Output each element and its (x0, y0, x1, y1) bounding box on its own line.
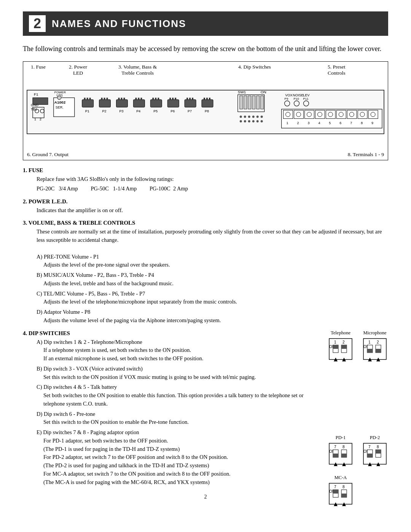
rating-pg50c-value: 1-1/4 Amp (113, 185, 137, 192)
hardware-svg: F1 GND TB1 1 2 A1002 SER. LD1 POWER P1 (23, 81, 388, 150)
dip-item-e-line2: (The PD-1 is used for paging in the TD-H… (43, 445, 312, 454)
dip-item-d-label: D) Dip switch 6 - Pre-tone (37, 410, 312, 419)
svg-rect-129 (367, 349, 373, 353)
svg-rect-36 (150, 100, 162, 107)
hardware-diagram: 1. Fuse 2. PowerLED 3. Volume, Bass &Tre… (23, 61, 388, 160)
dip-images: Telephone 1 2 ON (327, 330, 388, 508)
section-power-led-body: Indicates that the amplifier is on or of… (37, 206, 388, 215)
switch-pd2-label: PD-2 (362, 435, 388, 441)
switch-row-pd: PD-1 7 8 ON PD-2 (327, 435, 388, 468)
svg-rect-149 (367, 454, 373, 457)
svg-text:8: 8 (342, 445, 345, 449)
svg-point-76 (261, 120, 263, 123)
svg-rect-121 (341, 345, 347, 349)
svg-text:8: 8 (342, 485, 345, 489)
svg-rect-161 (341, 494, 347, 497)
svg-rect-159 (333, 490, 338, 494)
label-power: 2. PowerLED (69, 64, 87, 76)
dip-item-c: C) Dip switches 4 & 5 - Talk battery Set… (37, 383, 312, 408)
svg-rect-47 (186, 98, 188, 100)
svg-rect-131 (376, 349, 381, 353)
dip-item-c-label: C) Dip switches 4 & 5 - Talk battery (37, 383, 312, 391)
svg-point-73 (248, 120, 250, 123)
diagram-bottom-labels: 6. Ground 7. Output 8. Terminals 1 - 9 (23, 150, 388, 160)
svg-text:SER.: SER. (56, 105, 64, 109)
svg-rect-49 (192, 98, 193, 100)
svg-rect-38 (155, 98, 156, 100)
dip-item-b-line1: Set this switch to the ON position if VO… (43, 373, 312, 382)
volume-item-c: C) TEL/MIC Volume - P5, Bass - P6, Trebl… (37, 290, 388, 307)
svg-rect-124 (363, 339, 386, 359)
svg-text:3: 3 (307, 121, 309, 125)
svg-rect-139 (333, 454, 338, 457)
svg-text:A1002: A1002 (54, 100, 66, 104)
volume-item-d-desc: Adjusts the volume level of the paging v… (43, 316, 388, 325)
switch-microphone-label: Microphone (362, 330, 388, 336)
svg-text:P7: P7 (188, 109, 192, 113)
volume-item-c-label: C) TEL/MIC Volume - P5, Bass - P6, Trebl… (37, 290, 388, 298)
svg-rect-119 (333, 345, 338, 349)
svg-rect-43 (172, 98, 174, 100)
svg-text:LEV: LEV (303, 93, 309, 97)
svg-rect-134 (329, 443, 352, 464)
svg-rect-31 (133, 100, 145, 107)
volume-item-d-label: D) Adaptor Volume - P8 (37, 308, 388, 316)
rating-pg20c-value: 3/4 Amp (59, 185, 78, 192)
svg-rect-62 (252, 96, 255, 109)
dip-item-e-line6: (The MC-A is used for paging with the MC… (43, 478, 312, 487)
volume-item-b-desc: Adjusts the level, treble and bass of th… (43, 280, 388, 288)
section-volume: 3. VOLUME, BASS & TREBLE CONTROLS These … (23, 220, 388, 324)
rating-pg20c-model: PG-20C (37, 185, 55, 192)
switch-pd1-label: PD-1 (327, 435, 354, 441)
volume-intro: These controls are normally set at the t… (37, 228, 388, 244)
svg-text:F1: F1 (34, 92, 38, 96)
svg-text:2: 2 (342, 340, 345, 344)
svg-point-67 (248, 116, 250, 118)
dip-item-e-label: E) Dip switches 7 & 8 - Paging adaptor o… (37, 428, 312, 437)
dip-item-b-label: B) Dip switch 3 - VOX (Voice activated s… (37, 365, 312, 373)
svg-text:GND: GND (31, 103, 38, 107)
svg-rect-44 (175, 98, 176, 100)
svg-text:6: 6 (339, 121, 341, 125)
chapter-title: NAMES AND FUNCTIONS (52, 18, 186, 30)
svg-rect-114 (329, 339, 352, 359)
switch-telephone-label: Telephone (327, 330, 354, 336)
svg-rect-39 (158, 98, 159, 100)
svg-text:P10: P10 (294, 97, 299, 101)
intro-text: The following controls and terminals may… (23, 44, 388, 54)
svg-point-15 (57, 96, 61, 100)
volume-item-a: A) PRE-TONE Volume - P1 Adjusts the leve… (37, 253, 388, 270)
svg-rect-64 (261, 96, 264, 109)
svg-rect-52 (204, 98, 205, 100)
header-section: 2 NAMES AND FUNCTIONS (23, 11, 388, 36)
svg-rect-53 (206, 98, 208, 100)
svg-rect-54 (209, 98, 210, 100)
svg-rect-26 (116, 100, 127, 107)
label-volume: 3. Volume, Bass &Treble Controls (118, 64, 157, 76)
svg-text:P4: P4 (136, 109, 140, 113)
svg-point-70 (261, 116, 263, 118)
svg-text:1: 1 (334, 340, 336, 344)
svg-text:NOISE: NOISE (293, 93, 304, 97)
svg-text:POWER: POWER (54, 91, 66, 94)
svg-point-68 (252, 116, 255, 118)
dip-item-e-line1: For PD-1 adaptor, set both switches to t… (43, 437, 312, 445)
dip-item-b: B) Dip switch 3 - VOX (Voice activated s… (37, 365, 312, 382)
section-volume-body: These controls are normally set at the t… (37, 228, 388, 324)
svg-rect-27 (118, 98, 119, 100)
rating-pg100c-value: 2 Amp (173, 185, 188, 192)
dip-item-a-line1: If a telephone system is used, set both … (43, 346, 312, 355)
label-fuse: 1. Fuse (31, 64, 46, 70)
svg-rect-16 (82, 100, 94, 107)
svg-point-66 (244, 116, 246, 118)
svg-text:VOX: VOX (285, 93, 293, 97)
rating-pg50c-model: PG-50C (91, 185, 109, 192)
switch-mca-label: MC-A (327, 475, 354, 481)
section-fuse: 1. FUSE Replace fuse with 3AG SloBlo's o… (23, 167, 388, 193)
svg-text:2: 2 (40, 118, 41, 121)
dip-item-a-label: A) Dip switches 1 & 2 - Telephone/Microp… (37, 338, 312, 347)
section-fuse-title: 1. FUSE (23, 167, 388, 174)
svg-point-74 (252, 120, 255, 123)
switch-mca-container: MC-A 7 8 ON (327, 474, 388, 508)
svg-text:7: 7 (368, 445, 371, 449)
